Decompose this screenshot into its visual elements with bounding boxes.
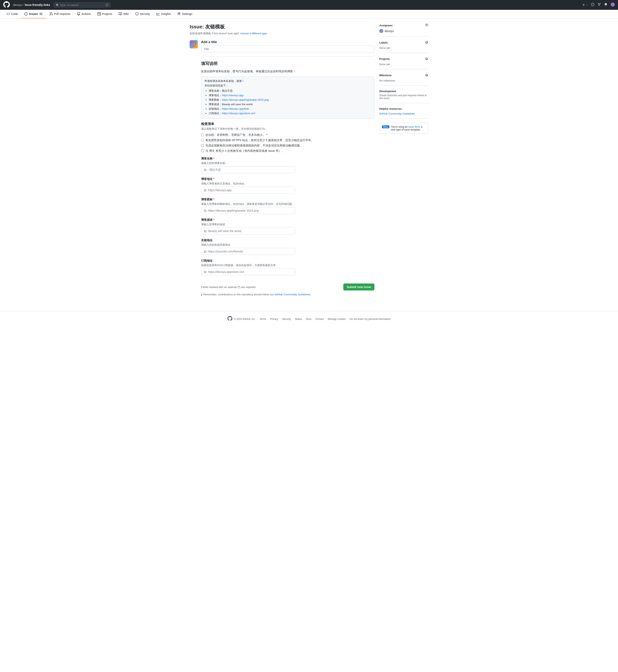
- pr-icon: [49, 12, 53, 15]
- field-label-blog-url: 博客地址 *: [201, 177, 375, 181]
- list-item: 友链地址：https://deusyu.app/link/: [209, 107, 371, 111]
- list-item: 博客描述：Beauty will save the world.: [209, 103, 371, 106]
- submit-button[interactable]: Submit new issue: [343, 283, 375, 290]
- milestone-gear-icon[interactable]: [425, 73, 428, 77]
- fill-section: 填写说明 欢迎自助申请本站友链，星号(*)为必填项。审核通过后会实时同步到博客！…: [201, 61, 375, 296]
- required-star: *: [213, 198, 214, 201]
- nav-insights-label: Insights: [161, 12, 171, 15]
- fork-icon[interactable]: [598, 3, 601, 7]
- repo-navigation: Code Issues 1 Pull requests Actions Proj…: [0, 10, 618, 19]
- plus-icon[interactable]: [582, 3, 588, 7]
- friend-link[interactable]: https://deusyu.app/link/: [222, 107, 249, 110]
- labels-header: Labels: [379, 41, 428, 44]
- nav-wiki-label: Wiki: [123, 12, 128, 15]
- input-blog-desc[interactable]: [201, 228, 295, 235]
- nav-pulls-label: Pull requests: [54, 12, 71, 15]
- field-desc-friend-url: 请输入您的友链页面地址。: [201, 243, 375, 247]
- checklist-checkbox-3[interactable]: [201, 144, 204, 147]
- assignees-header: Assignees: [379, 23, 428, 27]
- breadcrumb-repo[interactable]: hexo-friendly-links: [25, 3, 50, 7]
- community-guidelines-link[interactable]: GitHub Community Guidelines: [275, 293, 310, 296]
- nav-item-settings[interactable]: Settings: [174, 10, 196, 18]
- input-blog-url[interactable]: [201, 187, 295, 193]
- user-avatar[interactable]: [611, 2, 615, 7]
- nav-item-wiki[interactable]: Wiki: [115, 10, 132, 18]
- footer-terms[interactable]: Terms: [260, 317, 266, 320]
- issue-form-link[interactable]: issue form: [408, 125, 420, 128]
- dev-text: Shows branches and pull requests linked …: [379, 94, 428, 100]
- footer-privacy-personal[interactable]: Do not share my personal information: [350, 317, 391, 320]
- sidebar-milestone: Milestone No milestone: [379, 73, 428, 86]
- input-friend-url[interactable]: [201, 248, 295, 255]
- checklist-item-2: 有实质性原创内容的 HTTPS 站点，发布过至少 5 篇原创文章，且至少稳定运行…: [201, 138, 375, 142]
- nav-item-issues[interactable]: Issues 1: [21, 10, 46, 18]
- footer-security[interactable]: Security: [282, 317, 291, 320]
- rss-link[interactable]: https://deusyu.app/atom.xml: [222, 112, 255, 115]
- labels-gear-icon[interactable]: [425, 41, 428, 44]
- title-section: Add a title: [201, 40, 375, 52]
- helpful-link[interactable]: GitHub Community Guidelines: [379, 112, 415, 115]
- bell-icon[interactable]: [604, 3, 607, 7]
- input-blog-icon[interactable]: [201, 207, 295, 214]
- remember-note: ℹ Remember, contributions to this reposi…: [201, 293, 375, 296]
- blog-icon-link[interactable]: https://deusyu.app/img/avatar-2023.png: [222, 98, 269, 101]
- footer-contact[interactable]: Contact: [315, 317, 324, 320]
- assignee-avatar: [379, 29, 383, 33]
- fill-title: 填写说明: [201, 61, 375, 66]
- nav-item-pulls[interactable]: Pull requests: [46, 10, 74, 18]
- field-label-blog-name: 博客名称 *: [201, 157, 375, 160]
- sidebar-labels: Labels None yet: [379, 41, 428, 53]
- checklist-checkbox-2[interactable]: [201, 139, 204, 142]
- github-logo-icon[interactable]: [3, 1, 10, 9]
- add-title-label: Add a title: [201, 40, 375, 44]
- blog-url-link[interactable]: https://deusyu.app: [222, 94, 243, 97]
- footer-cookies[interactable]: Manage cookies: [328, 317, 345, 320]
- nav-item-actions[interactable]: Actions: [74, 10, 94, 18]
- footer-note: Fields marked with an asterisk (*) are r…: [201, 286, 256, 289]
- field-desc-blog-icon: 请输入您博客的图标地址，包含https，请检查是否能正常访问，且无跨域问题。: [201, 202, 375, 206]
- settings-icon: [177, 12, 181, 15]
- footer-sep: ·: [347, 317, 348, 320]
- sidebar-assignees: Assignees deusyu: [379, 23, 428, 36]
- nav-issues-label: Issues: [29, 12, 38, 15]
- form-area: Add a title 填写说明 欢迎自助申请本站友链，星号(*)为必填项。审核…: [190, 40, 375, 296]
- checklist-text-3: 无违反国家相关法律法规和道德底线的内容，不涉反动言论和政治敏感话题。: [205, 144, 303, 147]
- beta-text: You're using an issue form, a new type o…: [391, 125, 426, 131]
- checklist-section: 检查清单 请认真检查以下清单中的每一项，并在相符的项前打勾。 合法的、非营利性、…: [201, 122, 375, 153]
- input-blog-name[interactable]: [201, 166, 295, 173]
- checklist-checkbox-4[interactable]: [201, 149, 204, 152]
- input-rss-url[interactable]: [201, 268, 295, 275]
- required-star-footer: *: [238, 286, 239, 289]
- issue-title-input[interactable]: [201, 45, 375, 52]
- nav-item-projects[interactable]: Projects: [94, 10, 116, 18]
- nav-item-security[interactable]: Security: [132, 10, 153, 18]
- footer-docs[interactable]: Docs: [306, 317, 311, 320]
- search-placeholder: Type / to search: [60, 3, 79, 7]
- nav-item-insights[interactable]: Insights: [153, 10, 174, 18]
- footer-sep: ·: [257, 317, 258, 320]
- search-bar[interactable]: Type / to search /: [54, 2, 111, 8]
- field-label-rss-url: 订阅地址: [201, 259, 375, 263]
- milestone-label: Milestone: [379, 74, 392, 77]
- issue-icon: [24, 12, 27, 15]
- field-desc-blog-desc: 请输入您博客的描述。: [201, 223, 375, 226]
- footer-status[interactable]: Status: [295, 317, 302, 320]
- checklist-item-1: 合法的、非营利性、无商业广告、无木马植入。 *: [201, 133, 375, 137]
- checklist-checkbox-1[interactable]: [201, 134, 204, 136]
- checklist-subtitle: 请认真检查以下清单中的每一项，并在相符的项前打勾。: [201, 127, 375, 131]
- top-navigation: deusyu / hexo-friendly-links Type / to s…: [0, 0, 618, 10]
- subtitle-link[interactable]: choose a different type: [240, 32, 267, 35]
- beta-badge: Beta: [382, 125, 389, 128]
- nav-security-label: Security: [140, 12, 150, 15]
- footer-privacy[interactable]: Privacy: [270, 317, 278, 320]
- nav-item-code[interactable]: Code: [3, 10, 21, 18]
- breadcrumb-user[interactable]: deusyu: [13, 3, 22, 7]
- subtitle-suffix: .: [268, 32, 269, 35]
- dev-title: Development: [379, 90, 428, 93]
- field-rss-url: 订阅地址 如果您使用有RSS订阅链接，请在此处填写，方便抓取最新文章: [201, 259, 375, 275]
- projects-gear-icon[interactable]: [425, 57, 428, 61]
- milestone-value: No milestone: [379, 79, 395, 82]
- circle-icon[interactable]: [591, 3, 594, 7]
- checklist-item-3: 无违反国家相关法律法规和道德底线的内容，不涉反动言论和政治敏感话题。: [201, 144, 375, 147]
- assignees-gear-icon[interactable]: [425, 23, 428, 27]
